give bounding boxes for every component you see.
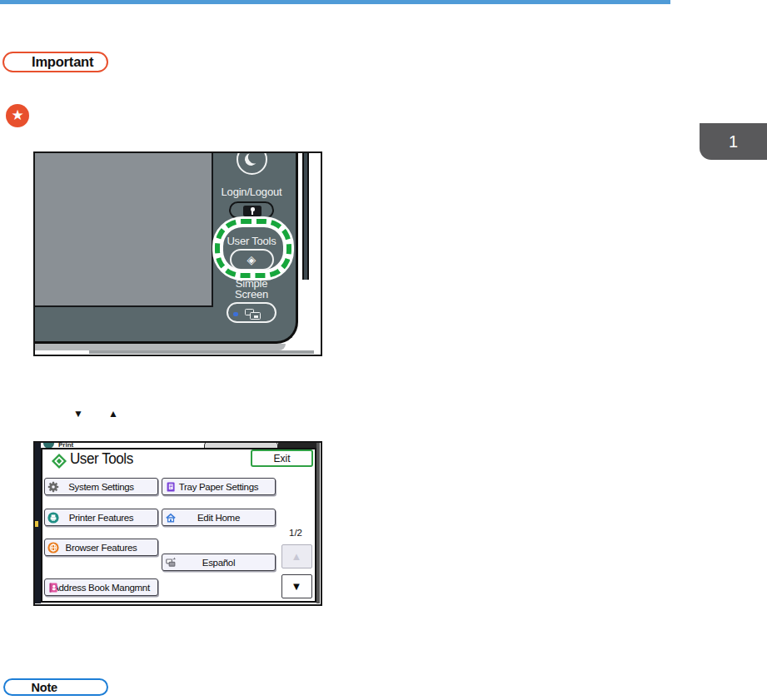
screens-icon-front: [250, 312, 261, 320]
scroll-up-button[interactable]: ▲: [281, 544, 312, 568]
button-label: Español: [202, 558, 235, 568]
user-tools-diamond-icon: [52, 454, 67, 469]
green-dashed-highlight: [215, 219, 291, 278]
button-label: Browser Features: [66, 543, 137, 553]
led-indicator: [233, 312, 238, 316]
login-key-icon: [243, 206, 261, 216]
machine-bottom-bar: [89, 350, 314, 355]
up-triangle-icon: ▲: [291, 550, 302, 563]
panel-bottom-edge: [35, 344, 286, 350]
page-indicator: 1/2: [279, 528, 312, 538]
printer-features-button[interactable]: Printer Features: [44, 509, 158, 526]
user-tools-dialog: User Tools Exit System Settings: [41, 448, 316, 603]
down-triangle-glyph: ▼: [73, 408, 83, 420]
note-label: Note: [32, 681, 57, 694]
user-tools-screen-figure: Print User Tools Exit: [33, 441, 322, 606]
language-icon: [165, 557, 177, 568]
exit-label: Exit: [273, 453, 290, 464]
simple-screen-key[interactable]: [227, 302, 276, 323]
crescent-moon-icon: [243, 151, 258, 166]
button-label: System Settings: [68, 482, 134, 492]
control-panel-figure: Login/Logout User Tools ◈ Simple Screen: [33, 151, 322, 356]
top-rule: [0, 0, 670, 4]
important-label: Important: [32, 54, 93, 70]
address-book-icon: [47, 582, 59, 593]
exit-button[interactable]: Exit: [251, 449, 313, 467]
machine-edge: [302, 153, 309, 280]
chapter-number: 1: [729, 132, 738, 151]
note-badge: Note: [3, 678, 108, 696]
gear-icon: [47, 481, 59, 493]
tray-paper-settings-button[interactable]: Tray Paper Settings: [162, 478, 276, 495]
touch-display: [35, 153, 213, 307]
manual-page: 1 ★ Important Login/Logout User Tools ◈ …: [0, 0, 767, 700]
button-label: Edit Home: [197, 513, 240, 523]
tray-paper-icon: [165, 481, 177, 493]
down-triangle-icon: ▼: [291, 580, 302, 593]
scroll-down-button[interactable]: ▼: [281, 574, 312, 598]
home-icon: [165, 512, 177, 524]
key-stem: [252, 211, 253, 215]
underlying-screen-right-edge: [316, 443, 320, 603]
system-settings-button[interactable]: System Settings: [44, 478, 158, 495]
up-triangle-glyph: ▲: [108, 408, 118, 420]
address-book-mangmnt-button[interactable]: Address Book Mangmnt: [44, 578, 158, 596]
star-icon: ★: [6, 104, 29, 127]
button-label: Tray Paper Settings: [179, 482, 259, 492]
button-label: Printer Features: [69, 513, 134, 523]
yellow-tick: [35, 521, 38, 527]
language-espanol-button[interactable]: Español: [162, 554, 276, 571]
globe-icon: [47, 542, 59, 554]
screen-dot: [254, 315, 258, 318]
button-label: Address Book Mangmnt: [52, 583, 150, 593]
edit-home-button[interactable]: Edit Home: [162, 509, 276, 526]
printer-icon: [47, 512, 59, 524]
chapter-tab: 1: [700, 123, 767, 160]
screen-title: User Tools: [70, 450, 133, 468]
simple-screen-label-line2: Screen: [202, 288, 301, 300]
important-badge: ★ Important: [2, 52, 108, 72]
browser-features-button[interactable]: Browser Features: [44, 539, 158, 556]
login-logout-label: Login/Logout: [197, 186, 306, 198]
